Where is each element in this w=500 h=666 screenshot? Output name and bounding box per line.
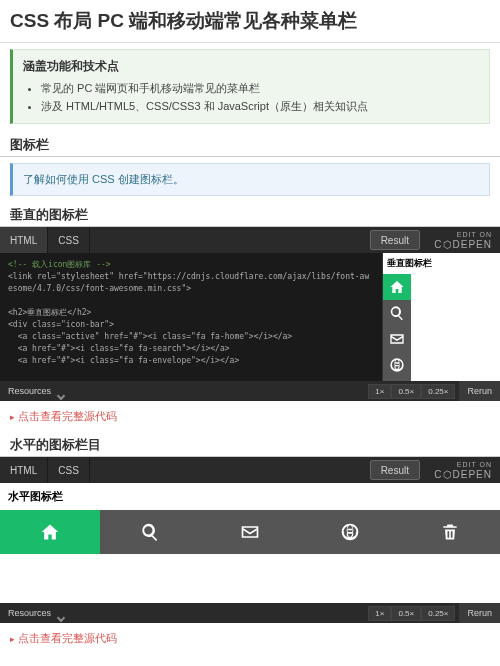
result-panel: 垂直图标栏 <box>382 253 500 381</box>
expand-source-link[interactable]: 点击查看完整源代码 <box>0 401 500 432</box>
code-panel[interactable]: <!-- 载入icon图标库 --> <link rel="stylesheet… <box>0 253 382 381</box>
expand-source-link[interactable]: 点击查看完整源代码 <box>0 623 500 654</box>
codepen-embed-horizontal: HTML CSS Result EDIT ON C⬡DEPEN 水平图标栏 Re… <box>0 457 500 623</box>
zoom-05x[interactable]: 0.5× <box>391 606 421 621</box>
search-icon[interactable] <box>383 300 411 326</box>
vertical-icon-bar <box>383 274 411 381</box>
resources-button[interactable]: Resources <box>0 386 59 396</box>
coverage-panel: 涵盖功能和技术点 常见的 PC 端网页和手机移动端常见的菜单栏 涉及 HTML/… <box>10 49 490 124</box>
coverage-item: 涉及 HTML/HTML5、CSS/CSS3 和 JavaScript（原生）相… <box>41 98 479 116</box>
search-icon[interactable] <box>100 510 200 554</box>
result-title: 垂直图标栏 <box>383 253 500 274</box>
zoom-controls: 1× 0.5× 0.25× <box>368 384 455 399</box>
codepen-brand[interactable]: EDIT ON C⬡DEPEN <box>434 231 492 250</box>
zoom-05x[interactable]: 0.5× <box>391 384 421 399</box>
info-box: 了解如何使用 CSS 创建图标栏。 <box>10 163 490 196</box>
tab-result[interactable]: Result <box>370 230 420 250</box>
home-icon[interactable] <box>0 510 100 554</box>
zoom-025x[interactable]: 0.25× <box>421 384 455 399</box>
rerun-button[interactable]: Rerun <box>459 381 500 401</box>
tab-html[interactable]: HTML <box>0 227 48 253</box>
codepen-embed-vertical: HTML CSS Result EDIT ON C⬡DEPEN <!-- 载入i… <box>0 227 500 401</box>
subsection-horizontal: 水平的图标栏目 <box>0 432 500 457</box>
envelope-icon[interactable] <box>383 326 411 352</box>
tab-html[interactable]: HTML <box>0 457 48 483</box>
tab-result[interactable]: Result <box>370 460 420 480</box>
subsection-vertical: 垂直的图标栏 <box>0 202 500 227</box>
trash-icon[interactable] <box>400 510 500 554</box>
globe-icon[interactable] <box>300 510 400 554</box>
result-panel: 水平图标栏 <box>0 483 500 603</box>
zoom-1x[interactable]: 1× <box>368 384 391 399</box>
zoom-1x[interactable]: 1× <box>368 606 391 621</box>
codepen-brand[interactable]: EDIT ON C⬡DEPEN <box>434 461 492 480</box>
rerun-button[interactable]: Rerun <box>459 603 500 623</box>
page-title: CSS 布局 PC 端和移动端常见各种菜单栏 <box>0 0 500 43</box>
home-icon[interactable] <box>383 274 411 300</box>
zoom-025x[interactable]: 0.25× <box>421 606 455 621</box>
tab-css[interactable]: CSS <box>48 227 90 253</box>
globe-icon[interactable] <box>383 352 411 378</box>
chevron-down-icon <box>57 392 65 400</box>
result-title: 水平图标栏 <box>0 483 500 510</box>
tab-css[interactable]: CSS <box>48 457 90 483</box>
envelope-icon[interactable] <box>200 510 300 554</box>
coverage-item: 常见的 PC 端网页和手机移动端常见的菜单栏 <box>41 80 479 98</box>
coverage-title: 涵盖功能和技术点 <box>23 58 479 75</box>
resources-button[interactable]: Resources <box>0 608 59 618</box>
section-heading-iconbar: 图标栏 <box>0 132 500 157</box>
zoom-controls: 1× 0.5× 0.25× <box>368 606 455 621</box>
chevron-down-icon <box>57 614 65 622</box>
horizontal-icon-bar <box>0 510 500 554</box>
